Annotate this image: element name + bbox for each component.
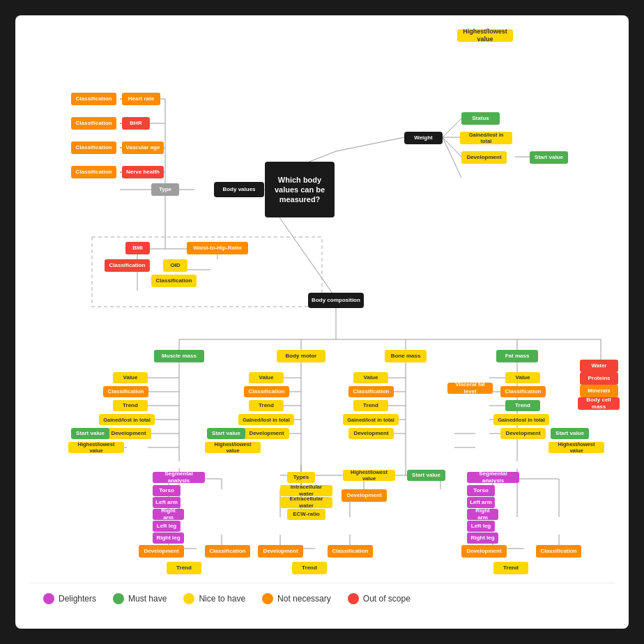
fat-right-leg: Right leg — [467, 532, 498, 544]
legend-dot-out-of-scope — [348, 593, 359, 604]
fat-left-leg: Left leg — [467, 521, 495, 532]
bone-dev-label: Development — [342, 489, 387, 502]
fat-trend: Trend — [505, 400, 540, 411]
bhr: BHR — [122, 117, 150, 130]
fat-torso: Torso — [467, 485, 495, 496]
fat-start-value: Start value — [551, 428, 589, 439]
bone-highest-lowest: Highest/lowest value — [343, 470, 395, 481]
fat-segmental: Segmental analysis — [467, 472, 519, 483]
legend-dot-delighters — [43, 593, 54, 604]
motor-extracellular: Extracellular water — [280, 497, 332, 508]
classification-bmi: Classification — [105, 259, 150, 272]
main-card: Which body values can be measured? Body … — [15, 15, 629, 629]
muscle-segmental: Segmental analysis — [153, 472, 205, 483]
classification-4: Classification — [71, 166, 116, 178]
legend-label-must-have: Must have — [128, 594, 167, 604]
muscle-left-arm: Left arm — [153, 497, 181, 508]
fat-gained-lost: Gained/lost in total — [493, 414, 549, 425]
fat-right-arm: Right arm — [467, 509, 498, 520]
central-question: Which body values can be measured? — [265, 162, 335, 217]
legend-dot-nice-to-have — [183, 593, 194, 604]
muscle-gained-lost: Gained/lost in total — [99, 414, 155, 425]
body-cell-mass: Body cell mass — [578, 397, 620, 410]
muscle-trend: Trend — [113, 400, 148, 411]
motor-trend: Trend — [249, 400, 284, 411]
bone-value: Value — [353, 372, 388, 383]
motor-highest-lowest: Highest/lowest value — [205, 442, 261, 453]
fat-development: Development — [500, 428, 546, 439]
fat-value: Value — [505, 372, 540, 383]
water: Water — [580, 360, 618, 372]
development: Development — [461, 151, 507, 164]
classification-oid: Classification — [151, 275, 197, 287]
fat-mass: Fat mass — [496, 350, 538, 362]
visceral-fat-level: Visceral fat level — [447, 383, 493, 394]
start-value: Start value — [530, 151, 568, 164]
legend-must-have: Must have — [113, 593, 167, 604]
legend-dot-must-have — [113, 593, 124, 604]
motor-dev-label: Development — [258, 545, 303, 558]
highest-lowest-value: Highest/lowest value — [457, 29, 513, 42]
muscle-class-label: Classification — [205, 545, 250, 558]
legend: Delighters Must have Nice to have Not ne… — [29, 583, 615, 614]
motor-value: Value — [249, 372, 284, 383]
legend-label-out-of-scope: Out of scope — [363, 594, 411, 604]
bone-start-value: Start value — [407, 470, 445, 481]
body-values: Body values — [214, 182, 264, 197]
type: Type — [151, 183, 179, 196]
svg-line-5 — [443, 137, 461, 157]
bone-trend: Trend — [353, 400, 388, 411]
legend-delighters: Delighters — [43, 593, 96, 604]
muscle-dev-label: Development — [139, 545, 184, 558]
fat-trend-label: Trend — [493, 562, 528, 574]
motor-trend-label: Trend — [292, 562, 327, 574]
fat-classification: Classification — [500, 386, 546, 397]
muscle-value: Value — [113, 372, 148, 383]
motor-development: Development — [244, 428, 289, 439]
motor-start-value: Start value — [207, 428, 245, 439]
fat-left-arm: Left arm — [467, 497, 495, 508]
weight: Weight — [404, 132, 443, 144]
motor-intracellular: Intracellular water — [280, 485, 332, 496]
bone-classification: Classification — [348, 386, 394, 397]
waist-hip-ratio: Waist-to-Hip-Ratio — [187, 242, 248, 254]
bone-mass: Bone mass — [385, 350, 427, 362]
muscle-classification: Classification — [103, 386, 148, 397]
muscle-left-leg: Left leg — [153, 521, 181, 532]
minerals: Minerals — [580, 385, 618, 397]
gained-lost-total: Gained/lost in total — [460, 132, 512, 144]
classification-1: Classification — [71, 93, 116, 105]
status: Status — [461, 112, 500, 125]
heart-rate: Heart rate — [122, 93, 160, 105]
bmi: BMI — [125, 242, 150, 254]
motor-classification: Classification — [244, 386, 289, 397]
motor-ecw-ratio: ECW-ratio — [287, 509, 325, 520]
vascular-age: Vascular age — [122, 141, 164, 154]
nerve-health: Nerve health — [122, 166, 164, 178]
svg-line-6 — [443, 137, 461, 178]
muscle-torso: Torso — [153, 485, 181, 496]
svg-line-2 — [336, 137, 404, 151]
bone-development: Development — [348, 428, 394, 439]
legend-nice-to-have: Nice to have — [183, 593, 245, 604]
muscle-trend-label: Trend — [167, 562, 201, 574]
muscle-right-arm: Right arm — [153, 509, 184, 520]
legend-not-necessary: Not necessary — [262, 593, 331, 604]
body-composition: Body composition — [308, 293, 364, 308]
bone-gained-lost: Gained/lost in total — [343, 414, 399, 425]
proteins: Proteins — [580, 372, 618, 385]
legend-dot-not-necessary — [262, 593, 273, 604]
fat-dev-label: Development — [461, 545, 507, 558]
motor-class-label: Classification — [328, 545, 373, 558]
svg-line-3 — [443, 118, 461, 137]
muscle-mass: Muscle mass — [154, 350, 204, 362]
muscle-highest-lowest: Highest/lowest value — [68, 442, 124, 453]
muscle-development: Development — [106, 428, 151, 439]
motor-types-label: Types — [287, 472, 315, 483]
legend-label-not-necessary: Not necessary — [277, 594, 331, 604]
classification-3: Classification — [71, 141, 116, 154]
legend-out-of-scope: Out of scope — [348, 593, 411, 604]
legend-label-delighters: Delighters — [59, 594, 96, 604]
body-motor: Body motor — [277, 350, 325, 362]
diagram-area: Which body values can be measured? Body … — [29, 29, 615, 580]
